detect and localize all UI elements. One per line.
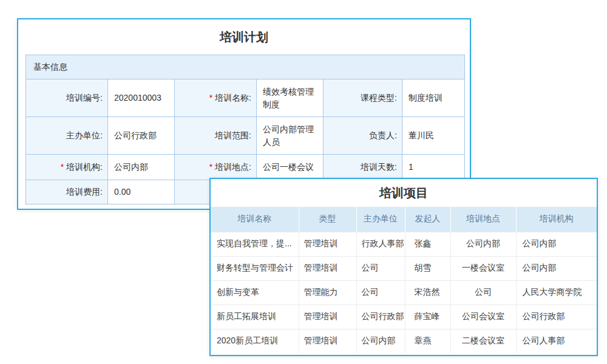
field-value-training-location: 公司一楼会议 xyxy=(257,155,324,180)
initiator-link[interactable]: 薛宝峰 xyxy=(405,305,450,329)
type-cell: 管理培训 xyxy=(299,256,356,280)
field-value-person-in-charge: 董川民 xyxy=(402,117,465,155)
section-header: 基本信息 xyxy=(26,55,465,79)
training-name-link[interactable]: 实现自我管理，提... xyxy=(211,232,299,256)
field-value-host-unit: 公司行政部 xyxy=(108,117,175,155)
field-value-training-agency: 公司内部 xyxy=(108,155,175,180)
required-asterisk: * xyxy=(61,162,64,172)
training-name-link[interactable]: 2020新员工培训 xyxy=(211,329,299,353)
training-name-link[interactable]: 创新与变革 xyxy=(211,280,299,305)
host-unit-cell: 公司内部 xyxy=(356,329,405,353)
table-row: 实现自我管理，提... 管理培训 行政人事部 张鑫 公司内部 公司内部 xyxy=(211,232,597,256)
field-label-training-cost: 培训费用: xyxy=(26,180,108,204)
type-cell: 管理能力 xyxy=(299,280,356,305)
training-projects-title: 培训项目 xyxy=(211,179,597,207)
location-cell: 公司会议室 xyxy=(450,305,516,329)
table-row: 2020新员工培训 管理培训 公司内部 章燕 二楼会议室 公司人事部 xyxy=(211,329,597,353)
form-row: 培训编号: 2020010003 *培训名称: 绩效考核管理制度 课程类型: 制… xyxy=(26,79,465,117)
training-projects-table: 培训名称 类型 主办单位 发起人 培训地点 培训机构 实现自我管理，提... 管… xyxy=(211,207,597,353)
column-header-initiator: 发起人 xyxy=(405,207,450,232)
field-value-training-days: 1 xyxy=(402,155,465,180)
location-cell: 公司内部 xyxy=(450,232,516,256)
initiator-link[interactable]: 张鑫 xyxy=(405,232,450,256)
field-label-training-scope: 培训范围: xyxy=(175,117,257,155)
field-value-training-scope: 公司内部管理人员 xyxy=(257,117,324,155)
host-unit-cell: 公司 xyxy=(356,256,405,280)
location-cell: 二楼会议室 xyxy=(450,329,516,353)
form-row: 主办单位: 公司行政部 培训范围: 公司内部管理人员 负责人: 董川民 xyxy=(26,117,465,155)
field-label-training-location: *培训地点: xyxy=(175,155,257,180)
field-label-training-no: 培训编号: xyxy=(26,79,108,117)
initiator-link[interactable]: 宋浩然 xyxy=(405,280,450,305)
field-label-training-days: 培训天数: xyxy=(324,155,402,180)
column-header-host-unit: 主办单位 xyxy=(356,207,405,232)
agency-cell: 公司内部 xyxy=(516,256,597,280)
column-header-agency: 培训机构 xyxy=(516,207,597,232)
host-unit-cell: 公司行政部 xyxy=(356,305,405,329)
location-cell: 一楼会议室 xyxy=(450,256,516,280)
field-label-course-type: 课程类型: xyxy=(324,79,402,117)
field-label-person-in-charge: 负责人: xyxy=(324,117,402,155)
column-header-type: 类型 xyxy=(299,207,356,232)
form-row: *培训机构: 公司内部 *培训地点: 公司一楼会议 培训天数: 1 xyxy=(26,155,465,180)
section-header-row: 基本信息 xyxy=(26,55,465,79)
field-label-host-unit: 主办单位: xyxy=(26,117,108,155)
field-value-training-cost: 0.00 xyxy=(108,180,175,204)
field-value-course-type: 制度培训 xyxy=(402,79,465,117)
initiator-link[interactable]: 章燕 xyxy=(405,329,450,353)
table-row: 新员工拓展培训 管理培训 公司行政部 薛宝峰 公司会议室 公司行政部 xyxy=(211,305,597,329)
type-cell: 管理培训 xyxy=(299,305,356,329)
field-label-training-name: *培训名称: xyxy=(175,79,257,117)
table-row: 创新与变革 管理能力 公司 宋浩然 公司 人民大学商学院 xyxy=(211,280,597,305)
type-cell: 管理培训 xyxy=(299,329,356,353)
column-header-training-name: 培训名称 xyxy=(211,207,299,232)
host-unit-cell: 公司 xyxy=(356,280,405,305)
training-projects-panel: 培训项目 培训名称 类型 主办单位 发起人 培训地点 培训机构 实现自我管理，提… xyxy=(209,178,598,356)
field-value-training-no: 2020010003 xyxy=(108,79,175,117)
location-cell: 公司 xyxy=(450,280,516,305)
column-header-location: 培训地点 xyxy=(450,207,516,232)
required-asterisk: * xyxy=(209,93,212,103)
training-plan-title: 培训计划 xyxy=(18,19,470,55)
host-unit-cell: 行政人事部 xyxy=(356,232,405,256)
agency-cell: 人民大学商学院 xyxy=(516,280,597,305)
type-cell: 管理培训 xyxy=(299,232,356,256)
table-row: 财务转型与管理会计 管理培训 公司 胡雪 一楼会议室 公司内部 xyxy=(211,256,597,280)
field-value-training-name: 绩效考核管理制度 xyxy=(257,79,324,117)
screen: 培训计划 基本信息 培训编号: 2020010003 *培训名称: 绩效考核管理… xyxy=(0,0,607,364)
field-label-training-agency: *培训机构: xyxy=(26,155,108,180)
required-asterisk: * xyxy=(209,162,212,172)
training-name-link[interactable]: 新员工拓展培训 xyxy=(211,305,299,329)
agency-cell: 公司行政部 xyxy=(516,305,597,329)
agency-cell: 公司人事部 xyxy=(516,329,597,353)
table-header-row: 培训名称 类型 主办单位 发起人 培训地点 培训机构 xyxy=(211,207,597,232)
initiator-link[interactable]: 胡雪 xyxy=(405,256,450,280)
training-name-link[interactable]: 财务转型与管理会计 xyxy=(211,256,299,280)
agency-cell: 公司内部 xyxy=(516,232,597,256)
